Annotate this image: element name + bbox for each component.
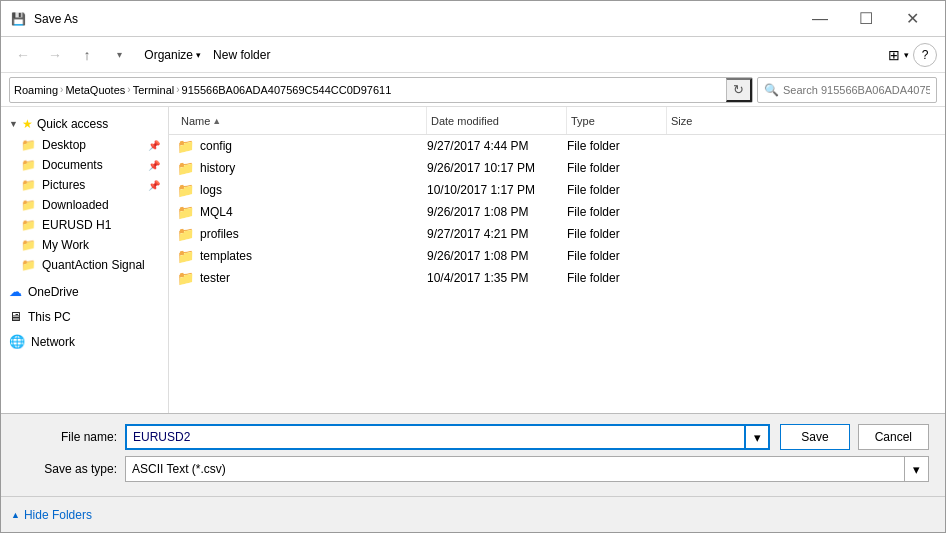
col-header-date[interactable]: Date modified — [427, 107, 567, 134]
save-button[interactable]: Save — [780, 424, 849, 450]
file-name-cell: 📁 templates — [177, 248, 427, 264]
minimize-button[interactable]: — — [797, 4, 843, 34]
title-bar-controls: — ☐ ✕ — [797, 4, 935, 34]
refresh-button[interactable]: ↻ — [726, 78, 752, 102]
forward-button[interactable]: → — [41, 43, 69, 67]
table-row[interactable]: 📁 profiles 9/27/2017 4:21 PM File folder — [169, 223, 945, 245]
folder-icon: 📁 — [177, 204, 194, 220]
filename-dropdown-button[interactable]: ▾ — [746, 424, 770, 450]
sidebar-item-quant-action-signal-label: QuantAction Signal — [42, 258, 145, 272]
hide-folders-label: Hide Folders — [24, 508, 92, 522]
file-name-label: profiles — [200, 227, 239, 241]
file-type-cell: File folder — [567, 161, 667, 175]
sidebar-item-pictures[interactable]: 📁 Pictures 📌 — [1, 175, 168, 195]
filename-row: File name: ▾ Save Cancel — [17, 424, 929, 450]
address-part-id: 915566BA06ADA407569C544CC0D97611 — [182, 84, 392, 96]
sidebar-item-quant-action-signal[interactable]: 📁 QuantAction Signal — [1, 255, 168, 275]
onedrive-icon: ☁ — [9, 284, 22, 299]
up-button[interactable]: ↑ — [73, 43, 101, 67]
folder-icon: 📁 — [21, 258, 36, 272]
file-name-label: config — [200, 139, 232, 153]
file-name-cell: 📁 tester — [177, 270, 427, 286]
sidebar-item-thispc[interactable]: 🖥 This PC — [1, 306, 168, 327]
savetype-dropdown-button[interactable]: ▾ — [905, 456, 929, 482]
file-name-cell: 📁 history — [177, 160, 427, 176]
col-type-label: Type — [571, 115, 595, 127]
hide-folders-button[interactable]: ▲ Hide Folders — [11, 508, 92, 522]
folder-icon: 📁 — [177, 182, 194, 198]
table-row[interactable]: 📁 config 9/27/2017 4:44 PM File folder — [169, 135, 945, 157]
sidebar-item-documents[interactable]: 📁 Documents 📌 — [1, 155, 168, 175]
close-button[interactable]: ✕ — [889, 4, 935, 34]
quick-access-label: Quick access — [37, 117, 108, 131]
form-area: File name: ▾ Save Cancel Save as type: A… — [1, 413, 945, 496]
sidebar-item-desktop[interactable]: 📁 Desktop 📌 — [1, 135, 168, 155]
folder-icon: 📁 — [177, 160, 194, 176]
table-row[interactable]: 📁 MQL4 9/26/2017 1:08 PM File folder — [169, 201, 945, 223]
address-parts: Roaming › MetaQuotes › Terminal › 915566… — [10, 84, 726, 96]
view-toggle-button[interactable]: ⊞ — [888, 47, 900, 63]
filename-label: File name: — [17, 430, 117, 444]
folder-icon: 📁 — [21, 238, 36, 252]
sidebar-item-my-work[interactable]: 📁 My Work — [1, 235, 168, 255]
pin-icon: 📌 — [148, 160, 160, 171]
savetype-select[interactable]: ASCII Text (*.csv) — [125, 456, 905, 482]
table-row[interactable]: 📁 templates 9/26/2017 1:08 PM File folde… — [169, 245, 945, 267]
sidebar-item-eurusd-h1-label: EURUSD H1 — [42, 218, 111, 232]
table-row[interactable]: 📁 logs 10/10/2017 1:17 PM File folder — [169, 179, 945, 201]
address-bar: Roaming › MetaQuotes › Terminal › 915566… — [1, 73, 945, 107]
sidebar-item-pictures-label: Pictures — [42, 178, 85, 192]
sidebar-item-network[interactable]: 🌐 Network — [1, 331, 168, 352]
sidebar: ▼ ★ Quick access 📁 Desktop 📌 📁 Documents… — [1, 107, 169, 413]
folder-icon: 📁 — [21, 218, 36, 232]
sidebar-item-desktop-label: Desktop — [42, 138, 86, 152]
table-row[interactable]: 📁 tester 10/4/2017 1:35 PM File folder — [169, 267, 945, 289]
col-header-size[interactable]: Size — [667, 107, 747, 134]
sidebar-item-onedrive[interactable]: ☁ OneDrive — [1, 281, 168, 302]
address-part-roaming: Roaming — [14, 84, 58, 96]
new-folder-button[interactable]: New folder — [213, 48, 270, 62]
file-type-cell: File folder — [567, 249, 667, 263]
sidebar-item-downloaded[interactable]: 📁 Downloaded — [1, 195, 168, 215]
sidebar-item-documents-label: Documents — [42, 158, 103, 172]
file-name-label: history — [200, 161, 235, 175]
file-date-cell: 9/27/2017 4:44 PM — [427, 139, 567, 153]
recent-locations-button[interactable]: ▾ — [105, 43, 133, 67]
sidebar-item-eurusd-h1[interactable]: 📁 EURUSD H1 — [1, 215, 168, 235]
col-name-label: Name — [181, 115, 210, 127]
search-input[interactable] — [783, 84, 930, 96]
view-dropdown-button[interactable]: ▾ — [904, 50, 909, 60]
quick-access-star-icon: ★ — [22, 117, 33, 131]
cancel-button[interactable]: Cancel — [858, 424, 929, 450]
col-size-label: Size — [671, 115, 692, 127]
organize-button[interactable]: Organize ▾ — [144, 48, 201, 62]
help-button[interactable]: ? — [913, 43, 937, 67]
filename-input-container: ▾ — [125, 424, 770, 450]
table-row[interactable]: 📁 history 9/26/2017 10:17 PM File folder — [169, 157, 945, 179]
file-date-cell: 9/27/2017 4:21 PM — [427, 227, 567, 241]
file-date-cell: 10/10/2017 1:17 PM — [427, 183, 567, 197]
file-type-cell: File folder — [567, 271, 667, 285]
sidebar-section-quick-access[interactable]: ▼ ★ Quick access — [1, 111, 168, 135]
sidebar-item-downloaded-label: Downloaded — [42, 198, 109, 212]
file-list-container: Name ▲ Date modified Type Size 📁 config — [169, 107, 945, 413]
sep2: › — [127, 84, 130, 95]
address-container[interactable]: Roaming › MetaQuotes › Terminal › 915566… — [9, 77, 753, 103]
col-header-name[interactable]: Name ▲ — [177, 107, 427, 134]
filename-input[interactable] — [125, 424, 746, 450]
sidebar-item-onedrive-label: OneDrive — [28, 285, 79, 299]
sidebar-item-my-work-label: My Work — [42, 238, 89, 252]
folder-icon: 📁 — [21, 198, 36, 212]
maximize-button[interactable]: ☐ — [843, 4, 889, 34]
address-part-terminal: Terminal — [133, 84, 175, 96]
search-box[interactable]: 🔍 — [757, 77, 937, 103]
savetype-input-container: ASCII Text (*.csv) ▾ — [125, 456, 929, 482]
sep3: › — [176, 84, 179, 95]
file-type-cell: File folder — [567, 205, 667, 219]
sep1: › — [60, 84, 63, 95]
network-icon: 🌐 — [9, 334, 25, 349]
col-header-type[interactable]: Type — [567, 107, 667, 134]
back-button[interactable]: ← — [9, 43, 37, 67]
file-list: 📁 config 9/27/2017 4:44 PM File folder 📁… — [169, 135, 945, 413]
chevron-down-icon: ▲ — [11, 510, 20, 520]
